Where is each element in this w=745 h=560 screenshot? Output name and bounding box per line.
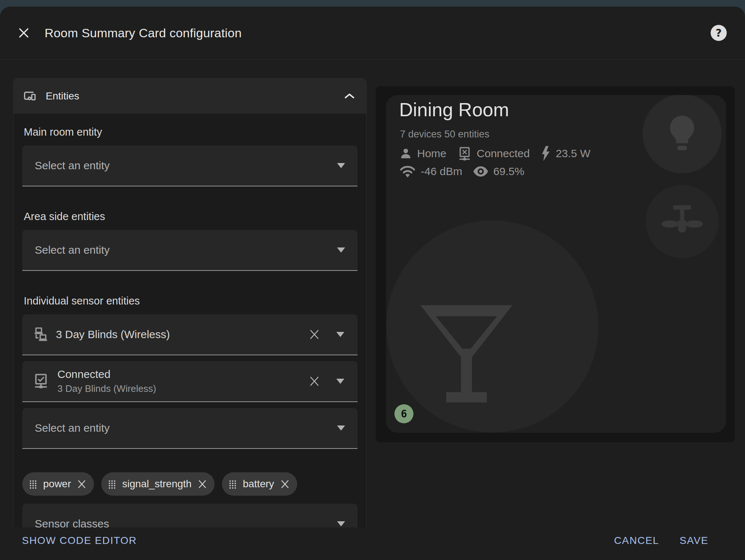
close-icon (18, 27, 30, 39)
help-button[interactable]: ? (711, 25, 727, 41)
person-icon (399, 147, 412, 160)
stat-connection: Connected (457, 145, 530, 162)
room-stats: Home Connected (399, 145, 640, 178)
stat-value: -46 dBm (421, 165, 462, 178)
entity-name: 3 Day Blinds (Wireless) (56, 328, 170, 341)
entities-panel-body: Main room entity Select an entity Area s… (14, 114, 366, 527)
area-side-entities-label: Area side entities (24, 211, 358, 223)
main-room-entity-select[interactable]: Select an entity (22, 145, 358, 186)
entities-panel-title: Entities (46, 90, 79, 102)
sensor-entity-row[interactable]: Connected 3 Day Blinds (Wireless) (22, 361, 358, 402)
entity-name: Connected (57, 368, 156, 381)
room-summary-card-preview: Dining Room 7 devices 50 entities Home (386, 95, 726, 433)
chip-label: signal_strength (122, 478, 192, 490)
cancel-button[interactable]: CANCEL (614, 535, 659, 546)
dropdown-caret-icon[interactable] (336, 379, 344, 384)
devices-icon (22, 89, 36, 103)
chip-label: power (43, 478, 71, 490)
stat-value: Home (417, 147, 446, 160)
select-placeholder: Select an entity (35, 159, 110, 172)
select-placeholder: Select an entity (35, 422, 110, 434)
card-preview-area: Dining Room 7 devices 50 entities Home (376, 86, 735, 442)
stat-occupancy: Home (399, 145, 446, 162)
config-dialog: Room Summary Card configuration ? Entiti… (0, 7, 745, 560)
chip-battery[interactable]: battery (222, 472, 297, 496)
light-button (643, 95, 722, 173)
dropdown-caret-icon[interactable] (336, 332, 344, 337)
wifi-icon (399, 164, 416, 178)
drag-handle-icon[interactable] (108, 480, 116, 489)
stat-value: 23.5 W (556, 147, 590, 160)
individual-sensor-entities-label: Individual sensor entities (24, 295, 358, 307)
drag-handle-icon[interactable] (29, 480, 37, 489)
clear-entity-button[interactable] (309, 375, 320, 387)
chip-remove-button[interactable] (77, 479, 87, 489)
martini-glass-icon (420, 305, 513, 405)
stat-power: 23.5 W (541, 145, 590, 162)
stat-value: Connected (477, 147, 530, 160)
chip-label: battery (243, 478, 274, 490)
stat-signal: -46 dBm (399, 164, 462, 178)
close-button[interactable] (18, 27, 30, 39)
dropdown-caret-icon (337, 163, 345, 168)
monitor-check-icon (33, 373, 49, 390)
action-bar: SHOW CODE EDITOR CANCEL SAVE (0, 521, 745, 560)
chip-power[interactable]: power (22, 472, 94, 496)
bolt-icon (541, 145, 551, 162)
entities-panel-header[interactable]: Entities (14, 79, 366, 114)
room-name: Dining Room (399, 99, 509, 121)
stat-humidity: 69.5% (473, 164, 524, 178)
chip-remove-button[interactable] (280, 479, 290, 489)
chevron-up-icon (344, 92, 355, 100)
dialog-header: Room Summary Card configuration ? (0, 7, 745, 60)
show-code-editor-button[interactable]: SHOW CODE EDITOR (22, 535, 137, 546)
help-icon: ? (716, 27, 722, 39)
select-placeholder: Select an entity (35, 244, 110, 256)
clear-entity-button[interactable] (309, 329, 320, 340)
drag-handle-icon[interactable] (228, 480, 237, 489)
sensor-class-chips: power (22, 472, 358, 496)
dropdown-caret-icon (337, 247, 345, 253)
fan-button (646, 185, 719, 258)
network-devices-icon (33, 327, 48, 342)
save-button[interactable]: SAVE (680, 535, 708, 546)
add-sensor-entity-select[interactable]: Select an entity (22, 408, 358, 449)
lightbulb-icon (665, 112, 699, 155)
sensor-entity-row[interactable]: 3 Day Blinds (Wireless) (22, 314, 358, 355)
entities-panel: Entities Main room entity Select an enti… (13, 78, 367, 527)
ceiling-fan-icon (662, 201, 703, 242)
chip-remove-button[interactable] (197, 479, 207, 489)
area-side-entities-select[interactable]: Select an entity (22, 230, 358, 271)
stat-value: 69.5% (493, 165, 524, 178)
chip-signal-strength[interactable]: signal_strength (101, 472, 215, 496)
entity-count-badge: 6 (394, 404, 413, 423)
eye-icon (473, 166, 488, 177)
dialog-title: Room Summary Card configuration (45, 26, 242, 40)
room-subtitle: 7 devices 50 entities (400, 129, 489, 140)
main-room-entity-label: Main room entity (24, 126, 358, 138)
dropdown-caret-icon (337, 425, 345, 431)
dialog-content: Entities Main room entity Select an enti… (0, 60, 745, 527)
monitor-x-icon (457, 146, 472, 161)
entity-device: 3 Day Blinds (Wireless) (57, 383, 156, 394)
